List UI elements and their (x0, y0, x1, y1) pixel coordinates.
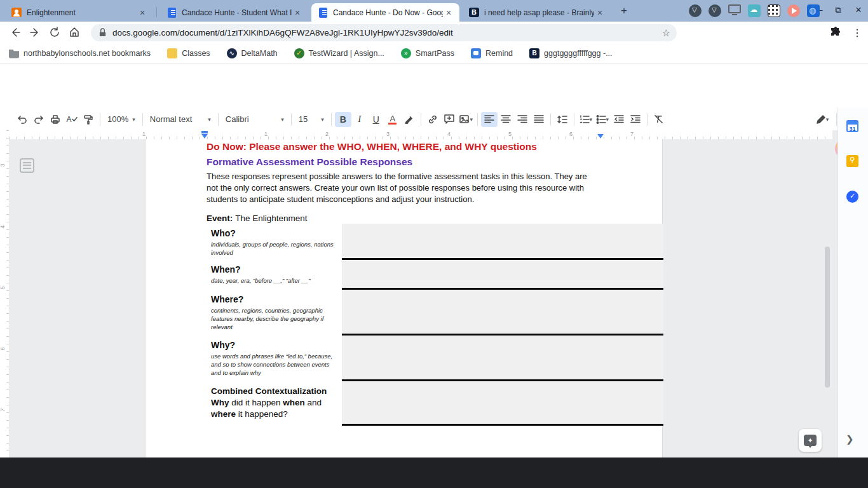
numbered-list-button[interactable]: ▾ (578, 112, 594, 127)
workspace-side-panel: 31 ❯ (837, 108, 868, 458)
bookmark-deltamath[interactable]: ∿ DeltaMath (227, 48, 278, 58)
question-label: Where? (211, 294, 336, 304)
align-right-button[interactable] (514, 112, 531, 127)
explore-button[interactable]: ✦ (799, 429, 822, 452)
screen-extension-icon[interactable] (728, 4, 741, 13)
back-button[interactable] (8, 25, 23, 40)
bookmark-folder-schools[interactable]: northbabylonschools.net bookmarks (9, 48, 151, 58)
bookmark-label: TestWizard | Assign... (309, 49, 384, 58)
table-row-combined: Combined Contextualization Why did it ha… (207, 381, 663, 426)
redo-button[interactable] (31, 112, 47, 127)
font-size-select[interactable]: 15▾ (295, 112, 328, 127)
clear-formatting-button[interactable] (651, 112, 667, 127)
paint-format-button[interactable] (80, 112, 97, 127)
answer-cell-who[interactable] (342, 224, 663, 260)
tab-student-what-i[interactable]: Candace Hunte - Student What I × (160, 3, 308, 22)
highlight-color-button[interactable] (401, 112, 417, 127)
table-row-why: Why? use words and phrases like “led to,… (207, 336, 663, 381)
bookmark-smartpass[interactable]: » SmartPass (401, 48, 454, 58)
cloud-extension-icon[interactable] (748, 4, 761, 17)
media-extension-icon[interactable] (787, 4, 800, 17)
text-color-button[interactable]: A (384, 112, 401, 127)
bookmark-star-icon[interactable]: ☆ (662, 27, 670, 39)
smartpass-icon: » (401, 48, 411, 58)
insert-image-button[interactable]: ▾ (458, 112, 474, 127)
google-keep-icon[interactable] (846, 155, 858, 167)
horizontal-ruler[interactable]: 1 1 2 3 4 5 6 7 (9, 130, 832, 139)
ruler-label: 6 (0, 347, 6, 350)
answer-cell-where[interactable] (342, 290, 663, 336)
answer-cell-when[interactable] (342, 260, 663, 290)
shield-extension-icon[interactable] (709, 4, 721, 17)
zoom-select[interactable]: 100%▾ (104, 112, 139, 127)
tab-close-icon[interactable]: × (594, 7, 606, 18)
font-select[interactable]: Calibri▾ (222, 112, 288, 127)
bookmark-classes[interactable]: Classes (167, 48, 210, 58)
ruler-label: 7 (630, 131, 634, 137)
tab-title: i need help asap please - Brainly (484, 8, 594, 17)
align-center-button[interactable] (498, 112, 514, 127)
docs-header: Candace Hunte - Do Now ☆ File Edit View … (0, 64, 868, 108)
insert-link-button[interactable] (424, 112, 441, 127)
table-row-who: Who? individuals, groups of people, regi… (207, 224, 663, 260)
url-text: docs.google.com/document/d/1ziTXlKihDA6g… (112, 28, 662, 37)
bulleted-list-button[interactable]: ▾ (594, 112, 611, 127)
add-comment-button[interactable] (441, 112, 458, 127)
print-button[interactable] (47, 112, 64, 127)
window-close-button[interactable]: ✕ (853, 5, 864, 15)
brainly-favicon-icon: B (469, 8, 479, 17)
new-tab-button[interactable]: + (618, 4, 630, 17)
document-outline-button[interactable] (20, 158, 34, 173)
answer-cell-combined[interactable] (342, 381, 663, 426)
answer-cell-why[interactable] (342, 336, 663, 381)
bookmark-brainly[interactable]: B gggtggggfffffggg -... (529, 48, 613, 58)
spellcheck-button[interactable]: A (64, 112, 80, 127)
ruler-label: 1 (264, 131, 268, 137)
google-calendar-icon[interactable]: 31 (846, 120, 858, 132)
globe-extension-icon[interactable] (807, 4, 820, 17)
underline-button[interactable]: U (368, 112, 384, 127)
decrease-indent-button[interactable] (611, 112, 627, 127)
tab-do-now-active[interactable]: Candace Hunte - Do Now - Goog × (311, 3, 459, 22)
window-restore-button[interactable]: ⧉ (832, 5, 844, 15)
address-bar[interactable]: docs.google.com/document/d/1ziTXlKihDA6g… (91, 24, 677, 41)
google-tasks-icon[interactable] (846, 191, 858, 203)
extensions-puzzle-icon[interactable] (828, 25, 843, 40)
bookmark-label: gggtggggfffffggg -... (544, 49, 613, 58)
gdocs-favicon-icon (168, 8, 176, 18)
tab-close-icon[interactable]: × (443, 7, 454, 18)
document-page[interactable]: Do Now: Please answer the WHO, WHEN, WHE… (145, 139, 663, 458)
qr-code-extension-icon[interactable] (768, 4, 780, 17)
justify-button[interactable] (531, 112, 547, 127)
editing-mode-button[interactable]: ▾ (814, 112, 831, 127)
paragraph-style-select[interactable]: Normal text▾ (146, 112, 215, 127)
tab-close-icon[interactable]: × (292, 7, 303, 18)
undo-button[interactable] (14, 112, 31, 127)
classes-icon (167, 48, 177, 58)
vertical-scrollbar[interactable] (825, 247, 830, 388)
ruler-label: 3 (386, 131, 390, 137)
adblock-extension-icon[interactable] (689, 4, 702, 17)
reload-button[interactable] (47, 25, 62, 40)
bold-button[interactable]: B (335, 112, 351, 127)
first-line-indent-marker[interactable] (201, 134, 208, 139)
home-button[interactable] (67, 25, 82, 40)
chevron-down-icon: ▾ (281, 116, 284, 123)
document-canvas: Do Now: Please answer the WHO, WHEN, WHE… (9, 139, 832, 458)
tab-enlightenment[interactable]: Enlightenment × (5, 3, 153, 22)
align-left-button[interactable] (481, 112, 498, 127)
chevron-down-icon: ▾ (470, 116, 473, 123)
gdocs-favicon-icon (319, 8, 327, 18)
italic-button[interactable]: I (351, 112, 368, 127)
right-indent-marker[interactable] (597, 134, 604, 139)
forward-button[interactable] (27, 25, 43, 40)
line-spacing-button[interactable] (554, 112, 571, 127)
browser-menu-icon[interactable]: ⋮ (850, 25, 865, 40)
bookmark-remind[interactable]: Remind (471, 48, 513, 58)
bookmark-testwizard[interactable]: ✓ TestWizard | Assign... (294, 48, 384, 58)
tab-brainly[interactable]: B i need help asap please - Brainly × (463, 3, 611, 22)
hide-side-panel-chevron[interactable]: ❯ (846, 433, 854, 445)
increase-indent-button[interactable] (627, 112, 644, 127)
left-indent-marker[interactable] (201, 131, 208, 133)
tab-close-icon[interactable]: × (137, 7, 148, 18)
